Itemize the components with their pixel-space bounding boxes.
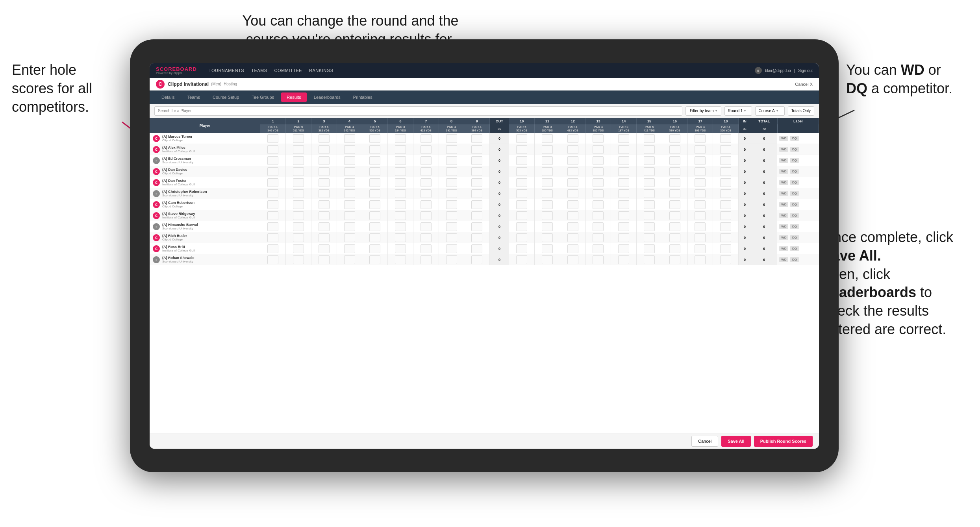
hole-11-input-3[interactable] <box>542 167 553 176</box>
hole-4-input-7[interactable] <box>344 211 355 220</box>
hole-2-input-8[interactable] <box>293 222 304 231</box>
hole-6-input-8[interactable] <box>395 222 406 231</box>
hole-7-input-6[interactable] <box>421 200 432 209</box>
hole-12-input-11[interactable] <box>567 255 578 264</box>
hole-7-input-9[interactable] <box>421 233 432 242</box>
hole-15-input-3[interactable] <box>644 167 655 176</box>
tab-tee-groups[interactable]: Tee Groups <box>246 92 280 102</box>
hole-1-input-8[interactable] <box>267 222 278 231</box>
hole-10-input-9[interactable] <box>516 233 527 242</box>
hole-13-input-10[interactable] <box>593 244 604 253</box>
wd-button-6[interactable]: WD <box>779 202 788 207</box>
wd-button-7[interactable]: WD <box>779 213 788 218</box>
wd-button-9[interactable]: WD <box>779 235 788 240</box>
hole-10-input-5[interactable] <box>516 189 527 198</box>
hole-11-input-0[interactable] <box>542 134 553 143</box>
hole-14-input-8[interactable] <box>618 222 629 231</box>
hole-11-input-8[interactable] <box>542 222 553 231</box>
hole-2-input-11[interactable] <box>293 255 304 264</box>
tab-leaderboards[interactable]: Leaderboards <box>308 92 346 102</box>
hole-6-input-6[interactable] <box>395 200 406 209</box>
hole-1-input-3[interactable] <box>267 167 278 176</box>
hole-5-input-1[interactable] <box>369 145 380 154</box>
hole-14-input-6[interactable] <box>618 200 629 209</box>
hole-8-input-9[interactable] <box>446 233 457 242</box>
hole-11-input-10[interactable] <box>542 244 553 253</box>
hole-2-input-7[interactable] <box>293 211 304 220</box>
hole-10-input-1[interactable] <box>516 145 527 154</box>
hole-10-input-2[interactable] <box>516 156 527 165</box>
hole-13-input-4[interactable] <box>593 178 604 187</box>
nav-tournaments[interactable]: TOURNAMENTS <box>209 68 244 73</box>
hole-9-input-9[interactable] <box>471 233 482 242</box>
dq-button-10[interactable]: DQ <box>790 246 799 251</box>
hole-16-input-2[interactable] <box>669 156 680 165</box>
hole-4-input-1[interactable] <box>344 145 355 154</box>
hole-7-input-2[interactable] <box>421 156 432 165</box>
hole-14-input-7[interactable] <box>618 211 629 220</box>
hole-13-input-7[interactable] <box>593 211 604 220</box>
hole-13-input-5[interactable] <box>593 189 604 198</box>
hole-5-input-11[interactable] <box>369 255 380 264</box>
hole-8-input-8[interactable] <box>446 222 457 231</box>
hole-5-input-10[interactable] <box>369 244 380 253</box>
hole-15-input-9[interactable] <box>644 233 655 242</box>
dq-button-11[interactable]: DQ <box>790 257 799 262</box>
hole-3-input-1[interactable] <box>319 145 330 154</box>
hole-8-input-0[interactable] <box>446 134 457 143</box>
hole-6-input-4[interactable] <box>395 178 406 187</box>
hole-9-input-11[interactable] <box>471 255 482 264</box>
hole-4-input-2[interactable] <box>344 156 355 165</box>
hole-16-input-10[interactable] <box>669 244 680 253</box>
hole-1-input-10[interactable] <box>267 244 278 253</box>
hole-16-input-11[interactable] <box>669 255 680 264</box>
hole-14-input-9[interactable] <box>618 233 629 242</box>
hole-10-input-7[interactable] <box>516 211 527 220</box>
hole-3-input-0[interactable] <box>319 134 330 143</box>
hole-8-input-2[interactable] <box>446 156 457 165</box>
search-player-input[interactable] <box>154 106 682 116</box>
nav-rankings[interactable]: RANKINGS <box>309 68 333 73</box>
hole-18-input-10[interactable] <box>720 244 731 253</box>
wd-button-5[interactable]: WD <box>779 191 788 196</box>
hole-6-input-0[interactable] <box>395 134 406 143</box>
hole-4-input-0[interactable] <box>344 134 355 143</box>
hole-4-input-8[interactable] <box>344 222 355 231</box>
hole-15-input-10[interactable] <box>644 244 655 253</box>
hole-7-input-7[interactable] <box>421 211 432 220</box>
hole-5-input-7[interactable] <box>369 211 380 220</box>
wd-button-2[interactable]: WD <box>779 158 788 163</box>
hole-17-input-3[interactable] <box>695 167 706 176</box>
hole-9-input-6[interactable] <box>471 200 482 209</box>
hole-2-input-2[interactable] <box>293 156 304 165</box>
hole-12-input-2[interactable] <box>567 156 578 165</box>
hole-16-input-3[interactable] <box>669 167 680 176</box>
tab-printables[interactable]: Printables <box>348 92 378 102</box>
hole-18-input-2[interactable] <box>720 156 731 165</box>
hole-16-input-8[interactable] <box>669 222 680 231</box>
hole-14-input-10[interactable] <box>618 244 629 253</box>
hole-8-input-1[interactable] <box>446 145 457 154</box>
hole-5-input-0[interactable] <box>369 134 380 143</box>
hole-1-input-9[interactable] <box>267 233 278 242</box>
hole-13-input-0[interactable] <box>593 134 604 143</box>
tab-teams[interactable]: Teams <box>182 92 206 102</box>
hole-15-input-7[interactable] <box>644 211 655 220</box>
dq-button-6[interactable]: DQ <box>790 202 799 207</box>
hole-18-input-4[interactable] <box>720 178 731 187</box>
hole-18-input-5[interactable] <box>720 189 731 198</box>
hole-2-input-3[interactable] <box>293 167 304 176</box>
hole-7-input-3[interactable] <box>421 167 432 176</box>
hole-5-input-5[interactable] <box>369 189 380 198</box>
hole-15-input-4[interactable] <box>644 178 655 187</box>
wd-button-8[interactable]: WD <box>779 224 788 229</box>
hole-5-input-9[interactable] <box>369 233 380 242</box>
hole-14-input-5[interactable] <box>618 189 629 198</box>
hole-10-input-3[interactable] <box>516 167 527 176</box>
hole-15-input-6[interactable] <box>644 200 655 209</box>
hole-17-input-2[interactable] <box>695 156 706 165</box>
hole-2-input-9[interactable] <box>293 233 304 242</box>
wd-button-11[interactable]: WD <box>779 257 788 262</box>
hole-12-input-8[interactable] <box>567 222 578 231</box>
hole-11-input-4[interactable] <box>542 178 553 187</box>
